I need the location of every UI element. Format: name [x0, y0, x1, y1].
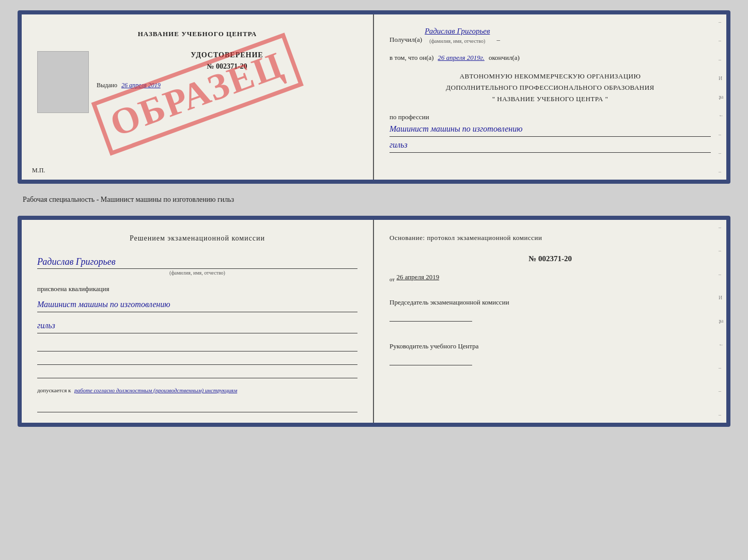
profession-prefix: по профессии [389, 112, 711, 123]
profession-handwritten2: гильз [389, 139, 711, 153]
director-block: Руководитель учебного Центра [389, 342, 711, 369]
specialty-label: Рабочая специальность - Машинист машины … [18, 193, 730, 206]
date-prefix: в том, что он(а) [389, 53, 434, 63]
protocol-date-prefix: от [389, 276, 395, 282]
underline-3 [37, 368, 357, 378]
recipient-sub: (фамилия, имя, отчество) [429, 37, 485, 45]
chairman-sig-line [389, 311, 472, 322]
underlines-block [37, 341, 357, 378]
school-name-top: НАЗВАНИЕ УЧЕБНОГО ЦЕНТРА [138, 30, 257, 38]
org-line1: АВТОНОМНУЮ НЕКОММЕРЧЕСКУЮ ОРГАНИЗАЦИЮ [389, 71, 711, 82]
bottom-doc-right: Основание: протокол экзаменационной коми… [374, 220, 726, 423]
profession-handwritten: Машинист машины по изготовлению [389, 123, 711, 137]
допускается-text: работе согласно должностным (производств… [74, 387, 237, 393]
protocol-number: № 002371-20 [389, 252, 711, 265]
side-dashes-top-right: – – – И ҙа ← – – – [716, 14, 726, 180]
org-line3: " НАЗВАНИЕ УЧЕБНОГО ЦЕНТРА " [389, 93, 711, 105]
chairman-block: Председатель экзаменационной комиссии [389, 298, 711, 325]
qualification-label: присвоена квалификация [37, 285, 357, 293]
profession-block: по профессии Машинист машины по изготовл… [389, 112, 711, 153]
commission-title: Решением экзаменационной комиссии [37, 233, 357, 244]
допускается-prefix: допускается к [37, 387, 71, 393]
qualification-handwritten: Машинист машины по изготовлению [37, 298, 357, 312]
name-block: Радислав Григорьев (фамилия, имя, отчест… [37, 254, 357, 276]
org-line2: ДОПОЛНИТЕЛЬНОГО ПРОФЕССИОНАЛЬНОГО ОБРАЗО… [389, 82, 711, 93]
date-line: в том, что он(а) 26 апреля 2019г. окончи… [389, 53, 711, 63]
bottom-document: Решением экзаменационной комиссии Радисл… [18, 216, 730, 427]
qualification-handwritten2: гильз [37, 319, 357, 333]
date-value: 26 апреля 2019г. [438, 53, 485, 63]
chairman-title: Председатель экзаменационной комиссии [389, 298, 711, 307]
director-title: Руководитель учебного Центра [389, 342, 711, 351]
protocol-date-value: 26 апреля 2019 [396, 273, 439, 281]
cert-issued: Выдано 26 апреля 2019 [97, 82, 357, 89]
side-dashes-bottom-right: – – – И ҙа ← – – – [716, 220, 726, 423]
issued-label: Выдано [97, 82, 117, 89]
cert-area: УДОСТОВЕРЕНИЕ № 002371-20 Выдано 26 апре… [37, 51, 357, 113]
underline-bottom [37, 402, 357, 412]
osnov-title: Основание: протокол экзаменационной коми… [389, 233, 711, 244]
photo-placeholder [37, 51, 89, 113]
bottom-name-handwritten: Радислав Григорьев [37, 257, 357, 269]
org-block: АВТОНОМНУЮ НЕКОММЕРЧЕСКУЮ ОРГАНИЗАЦИЮ ДО… [389, 71, 711, 105]
cert-number: № 002371-20 [97, 62, 357, 71]
underline-1 [37, 341, 357, 351]
underline-2 [37, 355, 357, 365]
bottom-doc-left: Решением экзаменационной комиссии Радисл… [22, 220, 374, 423]
issued-date: 26 апреля 2019 [121, 82, 161, 89]
top-doc-right: Получил(а) Радислав Григорьев (фамилия, … [374, 14, 726, 180]
recipient-dash: – [496, 35, 500, 45]
date-suffix: окончил(а) [489, 53, 520, 63]
recipient-name: Радислав Григорьев [425, 25, 490, 37]
director-sig-line [389, 355, 472, 365]
top-right-content: Получил(а) Радислав Григорьев (фамилия, … [389, 25, 711, 153]
cert-title: УДОСТОВЕРЕНИЕ [97, 51, 357, 59]
bottom-right-content: Основание: протокол экзаменационной коми… [389, 233, 711, 369]
top-document: НАЗВАНИЕ УЧЕБНОГО ЦЕНТРА УДОСТОВЕРЕНИЕ №… [18, 10, 730, 184]
protocol-date: от 26 апреля 2019 [389, 272, 711, 284]
recipient-line: Получил(а) Радислав Григорьев (фамилия, … [389, 25, 711, 45]
top-doc-left: НАЗВАНИЕ УЧЕБНОГО ЦЕНТРА УДОСТОВЕРЕНИЕ №… [22, 14, 374, 180]
допускается-block: допускается к работе согласно должностны… [37, 386, 357, 395]
bottom-name-sub: (фамилия, имя, отчество) [37, 270, 357, 276]
cert-info: УДОСТОВЕРЕНИЕ № 002371-20 Выдано 26 апре… [97, 51, 357, 113]
recipient-prefix: Получил(а) [389, 35, 422, 45]
mp-label: М.П. [32, 167, 45, 174]
